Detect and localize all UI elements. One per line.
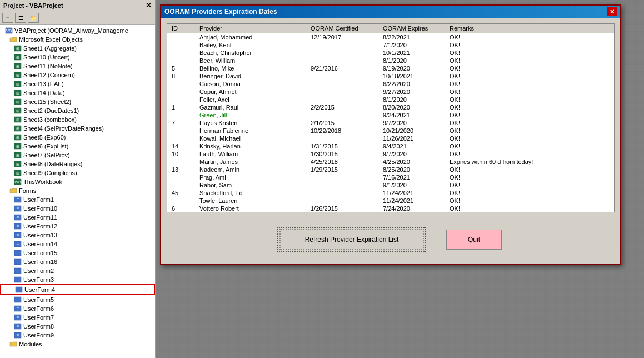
table-row[interactable]: Feller, Axel8/1/2020OK! (167, 96, 614, 103)
tree-item-sheet2[interactable]: ⊞Sheet2 (DueDates1) (0, 106, 155, 115)
sheet-icon: ⊞ (13, 160, 22, 168)
tree-label-userform13: UserForm13 (23, 232, 57, 238)
quit-button[interactable]: Quit (446, 230, 502, 250)
cell-certified (306, 49, 378, 57)
table-row[interactable]: Amjad, Mohammed12/19/20178/22/2021OK! (167, 33, 614, 42)
svg-text:⊞: ⊞ (16, 162, 19, 166)
tree-item-userform12[interactable]: FUserForm12 (0, 222, 155, 231)
tree-item-sheet15[interactable]: ⊞Sheet15 (Sheet2) (0, 97, 155, 106)
table-row[interactable]: Copur, Ahmet9/27/2020OK! (167, 88, 614, 96)
tree-item-userform7[interactable]: FUserForm7 (0, 313, 155, 322)
toolbar-icon-1[interactable]: ≡ (2, 13, 13, 23)
svg-text:F: F (17, 316, 19, 320)
tree-item-sheet8[interactable]: ⊞Sheet8 (DateRanges) (0, 160, 155, 168)
tree-item-userform13[interactable]: FUserForm13 (0, 231, 155, 240)
table-row[interactable]: Beach, Christopher10/1/2021OK! (167, 49, 614, 57)
svg-text:WB: WB (14, 180, 21, 184)
tree-item-userform3[interactable]: FUserForm3 (0, 275, 155, 284)
table-row[interactable]: Bailey, Kent7/1/2020OK! (167, 41, 614, 49)
tree-item-sheet5[interactable]: ⊞Sheet5 (Exp60) (0, 133, 155, 142)
svg-text:F: F (17, 225, 19, 228)
cell-id: 5 (167, 64, 195, 72)
tree-item-modules[interactable]: Modules (0, 340, 155, 349)
table-row[interactable]: 8Beringer, David10/18/2021OK! (167, 72, 614, 80)
table-row[interactable]: 45Shackelford, Ed11/24/2021OK! (167, 189, 614, 197)
tree-item-userform9[interactable]: FUserForm9 (0, 331, 155, 340)
cell-provider: Vottero Robert (195, 205, 306, 212)
tree-item-userform2[interactable]: FUserForm2 (0, 266, 155, 275)
table-row[interactable]: Rabor, Sam9/1/2020OK! (167, 181, 614, 189)
table-row[interactable]: 5Bellino, Mike9/21/20169/19/2020OK! (167, 64, 614, 72)
table-row[interactable]: Towle, Lauren11/24/2021OK! (167, 197, 614, 205)
tree-item-userform16[interactable]: FUserForm16 (0, 257, 155, 266)
tree-item-userform6[interactable]: FUserForm6 (0, 304, 155, 313)
tree-item-userform10[interactable]: FUserForm10 (0, 204, 155, 213)
cell-expires: 11/24/2021 (378, 197, 445, 205)
cell-id (167, 158, 195, 166)
tree-item-vbaproject[interactable]: VBVBAProject (OORAM_Airway_Manageme (0, 26, 155, 35)
tree-label-sheet4: Sheet4 (SelProvDateRanges) (23, 125, 104, 132)
table-header-row: ID Provider OORAM Certified OORAM Expire… (167, 24, 614, 33)
tree-label-userform3: UserForm3 (23, 276, 54, 283)
tree-item-userform8[interactable]: FUserForm8 (0, 322, 155, 331)
cell-remarks: OK! (445, 64, 614, 72)
tree-item-sheet9[interactable]: ⊞Sheet9 (Complicns) (0, 168, 155, 177)
tree-item-forms[interactable]: Forms (0, 186, 155, 195)
table-row[interactable]: 14Krinsky, Harlan1/31/20159/4/2021OK! (167, 142, 614, 150)
col-header-certified: OORAM Certified (306, 24, 378, 33)
table-row[interactable]: Beer, William8/1/2020OK! (167, 57, 614, 64)
cell-certified: 1/29/2015 (306, 166, 378, 173)
table-row[interactable]: Green, Jill9/24/2021OK! (167, 111, 614, 119)
cell-expires: 9/19/2020 (378, 64, 445, 72)
cell-expires: 7/1/2020 (378, 41, 445, 49)
tree-item-userform5[interactable]: FUserForm5 (0, 295, 155, 304)
tree-item-sheet14[interactable]: ⊞Sheet14 (Data) (0, 88, 155, 97)
tree-item-excel-objects[interactable]: Microsoft Excel Objects (0, 35, 155, 44)
dialog-footer: Refresh Provider Expiration List Quit (167, 212, 615, 258)
tree-label-thisworkbook: ThisWorkbook (23, 178, 62, 185)
svg-text:F: F (17, 198, 19, 202)
tree-item-userform11[interactable]: FUserForm11 (0, 213, 155, 222)
providers-table-container[interactable]: ID Provider OORAM Certified OORAM Expire… (167, 23, 615, 212)
tree-item-sheet12[interactable]: ⊞Sheet12 (Concern) (0, 71, 155, 79)
cell-id (167, 173, 195, 181)
tree-label-userform6: UserForm6 (23, 305, 54, 312)
table-row[interactable]: 7Hayes Kristen2/1/20159/7/2020OK! (167, 119, 614, 127)
cell-id (167, 197, 195, 205)
tree-item-sheet11[interactable]: ⊞Sheet11 (NoNote) (0, 62, 155, 71)
table-row[interactable]: Martin, James4/25/20184/25/2020Expires w… (167, 158, 614, 166)
tree-item-sheet4[interactable]: ⊞Sheet4 (SelProvDateRanges) (0, 124, 155, 133)
toolbar-icon-2[interactable]: ☰ (15, 13, 26, 23)
tree-label-userform10: UserForm10 (23, 205, 57, 212)
cell-provider: Beringer, David (195, 72, 306, 80)
tree-item-userform14[interactable]: FUserForm14 (0, 240, 155, 248)
cell-remarks: OK! (445, 205, 614, 212)
panel-toolbar: ≡ ☰ 📁 (0, 11, 155, 25)
tree-item-sheet13[interactable]: ⊞Sheet13 (EAF) (0, 79, 155, 88)
tree-item-sheet1[interactable]: ⊞Sheet1 (Aggregate) (0, 44, 155, 53)
table-row[interactable]: 10Lauth, William1/30/20159/7/2020OK! (167, 150, 614, 158)
tree-item-userform4[interactable]: FUserForm4 (0, 284, 155, 295)
svg-text:⊞: ⊞ (16, 64, 19, 68)
refresh-button[interactable]: Refresh Provider Expiration List (279, 229, 424, 250)
table-row[interactable]: Carson, Donna6/22/2020OK! (167, 80, 614, 88)
tree-item-sheet6[interactable]: ⊞Sheet6 (ExpList) (0, 142, 155, 151)
tree-item-sheet7[interactable]: ⊞Sheet7 (SelProv) (0, 151, 155, 160)
toolbar-icon-3[interactable]: 📁 (28, 13, 39, 23)
tree-item-sheet10[interactable]: ⊞Sheet10 (Uncert) (0, 53, 155, 62)
dialog-close-button[interactable]: ✕ (607, 7, 617, 16)
tree-label-sheet3: Sheet3 (combobox) (23, 116, 77, 123)
tree-item-userform1[interactable]: FUserForm1 (0, 195, 155, 204)
tree-item-sheet3[interactable]: ⊞Sheet3 (combobox) (0, 115, 155, 124)
tree-item-userform15[interactable]: FUserForm15 (0, 248, 155, 257)
tree-label-userform14: UserForm14 (23, 241, 57, 247)
table-row[interactable]: Kowal, Michael11/26/2021OK! (167, 135, 614, 142)
table-row[interactable]: 1Gazmuri, Raul2/2/20158/20/2020OK! (167, 103, 614, 111)
table-row[interactable]: 6Vottero Robert1/26/20157/24/2020OK! (167, 205, 614, 212)
cell-remarks: OK! (445, 119, 614, 127)
table-row[interactable]: Herman Fabienne10/22/201810/21/2020OK! (167, 127, 614, 135)
table-row[interactable]: 13Nadeem, Amin1/29/20158/25/2020OK! (167, 166, 614, 173)
panel-close-button[interactable]: ✕ (146, 1, 152, 9)
table-row[interactable]: Prag, Ami7/16/2021OK! (167, 173, 614, 181)
tree-item-thisworkbook[interactable]: WBThisWorkbook (0, 177, 155, 186)
